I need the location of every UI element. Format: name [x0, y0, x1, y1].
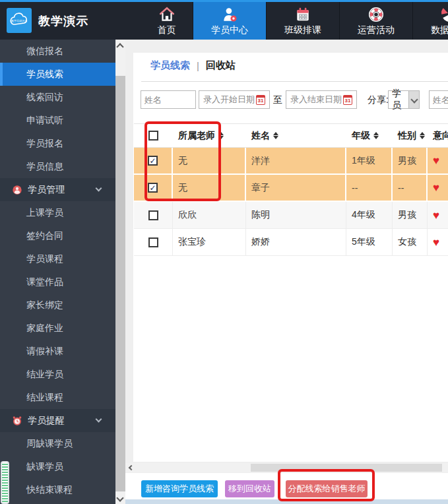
- row-checkbox[interactable]: [148, 156, 158, 166]
- heart-icon: ♥: [433, 237, 439, 248]
- assign-leads-button[interactable]: 分配线索给销售老师: [286, 480, 368, 497]
- col-name[interactable]: 姓名: [251, 130, 270, 142]
- sidebar-item-attending-students[interactable]: 上课学员: [0, 201, 115, 224]
- chevron-down-icon: [96, 416, 102, 423]
- sidebar-item-homework[interactable]: 家庭作业: [0, 317, 115, 340]
- select-arrow-icon[interactable]: [408, 91, 419, 108]
- home-icon: [158, 6, 176, 23]
- sidebar-scrollbar-thumb[interactable]: [115, 76, 125, 491]
- cell-grade: 1年级: [346, 148, 393, 173]
- cell-name: 娇娇: [246, 229, 346, 255]
- sidebar-item-student-signup[interactable]: 学员报名: [0, 132, 115, 155]
- table-row[interactable]: 无 章子 -- -- ♥: [134, 175, 448, 202]
- sidebar-item-parent-binding[interactable]: 家长绑定: [0, 294, 115, 317]
- calendar-icon[interactable]: 31: [343, 95, 352, 105]
- end-date-placeholder: 录入结束日期: [290, 94, 342, 106]
- cell-gender: 男孩: [393, 202, 428, 228]
- row-checkbox[interactable]: [148, 237, 158, 247]
- tab-student-leads[interactable]: 学员线索: [150, 59, 190, 72]
- top-navigation-bar: 教学培训演示 教学演示 首页 学员中心: [0, 0, 448, 40]
- alarm-clock-icon: [12, 416, 22, 426]
- sidebar-item-ending-courses[interactable]: 快结束课程: [0, 478, 115, 501]
- sidebar-item-weekly-absent[interactable]: 周缺课学员: [0, 432, 115, 455]
- to-label: 至: [273, 90, 282, 109]
- cell-teacher: 无: [173, 175, 246, 201]
- sidebar-section-student-management[interactable]: 学员管理: [0, 178, 115, 201]
- bottom-edge-strip: [125, 499, 448, 504]
- sidebar-item-finished-courses[interactable]: 结业课程: [0, 386, 115, 409]
- filter-bar: 录入开始日期 31 至 录入结束日期 31 分享: 学员: [133, 90, 448, 109]
- sidebar-item-student-leads[interactable]: 学员线索: [0, 63, 115, 86]
- col-intent[interactable]: 意向: [433, 130, 448, 142]
- sidebar-section-student-reminder[interactable]: 学员提醒: [0, 409, 115, 432]
- nav-home[interactable]: 首页: [141, 2, 193, 40]
- nav-home-label: 首页: [158, 24, 176, 36]
- cell-grade: 5年级: [346, 229, 393, 255]
- user-badge-icon: [12, 185, 22, 195]
- cell-teacher: 张宝珍: [173, 229, 246, 255]
- col-grade[interactable]: 年级: [352, 130, 370, 142]
- student-center-icon: [221, 6, 238, 23]
- cell-grade: 4年级: [346, 202, 393, 228]
- tab-separator: |: [197, 60, 199, 71]
- row-checkbox[interactable]: [148, 183, 158, 193]
- sort-icon[interactable]: [420, 132, 425, 139]
- table-row[interactable]: 张宝珍 娇娇 5年级 女孩 ♥: [134, 229, 448, 256]
- sort-icon[interactable]: [218, 132, 224, 139]
- sidebar-item-absent-students[interactable]: 缺课学员: [0, 455, 115, 478]
- nav-data-statistics[interactable]: 数据统计: [412, 2, 448, 40]
- nav-class-schedule[interactable]: 班级排课: [266, 2, 339, 40]
- add-lead-button[interactable]: 新增咨询学员线索: [141, 480, 218, 497]
- col-teacher[interactable]: 所属老师: [178, 130, 215, 142]
- sidebar-item-student-info[interactable]: 学员信息: [0, 155, 115, 178]
- calendar-icon[interactable]: 31: [256, 95, 265, 105]
- share-label: 分享:: [368, 90, 389, 109]
- primary-nav: 首页 学员中心 班级排课: [141, 2, 448, 40]
- sort-icon[interactable]: [273, 132, 278, 139]
- table-row[interactable]: 欣欣 陈明 4年级 男孩 ♥: [134, 202, 448, 229]
- share-select[interactable]: 学员: [388, 90, 420, 109]
- name-filter-input[interactable]: [141, 90, 196, 109]
- class-schedule-icon: [294, 6, 311, 23]
- tab-recycle-bin[interactable]: 回收站: [206, 59, 236, 72]
- name2-filter-input[interactable]: [429, 90, 448, 109]
- sidebar-section-label: 学员管理: [28, 184, 65, 196]
- sort-icon[interactable]: [373, 132, 379, 139]
- sidebar-item-wechat-signup[interactable]: 微信报名: [0, 40, 115, 63]
- sidebar-item-graduated-students[interactable]: 结业学员: [0, 363, 115, 386]
- striped-widget: [1, 461, 9, 504]
- select-all-checkbox[interactable]: [148, 131, 158, 141]
- pie-chart-icon: [441, 6, 448, 23]
- cell-name: 洋洋: [246, 148, 346, 173]
- nav-student-center[interactable]: 学员中心: [193, 2, 266, 40]
- cell-teacher: 无: [173, 148, 246, 173]
- start-date-placeholder: 录入开始日期: [203, 94, 255, 106]
- sidebar-item-class-works[interactable]: 课堂作品: [0, 270, 115, 294]
- end-date-input[interactable]: 录入结束日期 31: [286, 90, 357, 109]
- share-select-value: 学员: [389, 88, 408, 111]
- sidebar-item-student-courses[interactable]: 学员课程: [0, 247, 115, 270]
- nav-data-statistics-label: 数据统计: [431, 24, 448, 36]
- sidebar-item-leave-makeup[interactable]: 请假补课: [0, 340, 115, 363]
- horizontal-scrollbar[interactable]: [125, 463, 448, 472]
- sidebar-item-lead-followup[interactable]: 线索回访: [0, 86, 115, 109]
- action-button-bar: 新增咨询学员线索 移到回收站 分配线索给销售老师: [125, 473, 448, 499]
- move-to-recycle-button[interactable]: 移到回收站: [225, 480, 274, 497]
- horizontal-scrollbar-thumb[interactable]: [251, 464, 442, 472]
- col-gender[interactable]: 性别: [398, 130, 416, 142]
- table-row[interactable]: 无 洋洋 1年级 男孩 ♥: [134, 148, 448, 175]
- sidebar-item-signed-contracts[interactable]: 签约合同: [0, 224, 115, 247]
- cloud-logo-icon: 教学培训演示: [9, 12, 29, 29]
- sidebar-item-trial-request[interactable]: 申请试听: [0, 109, 115, 132]
- lifebuoy-icon: [368, 6, 385, 23]
- sidebar-scrollbar[interactable]: [115, 40, 125, 504]
- start-date-input[interactable]: 录入开始日期 31: [199, 90, 270, 109]
- scroll-left-icon[interactable]: [129, 465, 134, 470]
- scroll-down-icon[interactable]: [116, 494, 123, 501]
- scroll-up-icon[interactable]: [116, 43, 123, 50]
- chevron-down-icon: [96, 185, 102, 192]
- heart-icon: ♥: [433, 210, 439, 221]
- row-checkbox[interactable]: [148, 210, 158, 220]
- leads-table: 所属老师 姓名 年级 性别 意向 无 洋洋 1年级 男孩 ♥ 无 章子 -- -…: [134, 123, 448, 256]
- nav-operations[interactable]: 运营活动: [339, 2, 412, 40]
